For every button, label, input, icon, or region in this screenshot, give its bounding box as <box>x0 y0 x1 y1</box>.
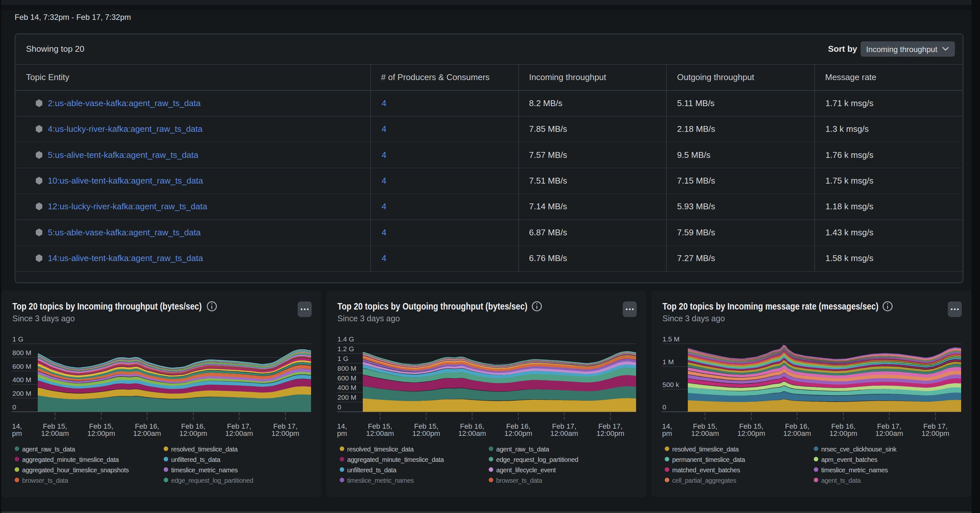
svg-text:12:00am: 12:00am <box>458 429 486 438</box>
svg-text:12:00pm: 12:00pm <box>179 429 207 438</box>
svg-text:aggregated_hour_timeslice_snap: aggregated_hour_timeslice_snapshots <box>22 467 129 474</box>
svg-text:Top 20 topics by Incoming thro: Top 20 topics by Incoming throughput (by… <box>12 301 202 312</box>
svg-text:12:00am: 12:00am <box>875 429 903 438</box>
svg-text:12:00pm: 12:00pm <box>87 429 115 438</box>
svg-text:12:00pm: 12:00pm <box>737 429 765 438</box>
svg-text:12:00pm: 12:00pm <box>271 429 299 438</box>
svg-text:12:00pm: 12:00pm <box>829 429 858 438</box>
svg-text:1 M: 1 M <box>662 358 674 366</box>
svg-text:800 M: 800 M <box>12 349 31 357</box>
svg-text:nrsec_cve_clickhouse_sink: nrsec_cve_clickhouse_sink <box>821 446 897 453</box>
svg-text:aggregated_minute_timeslice_da: aggregated_minute_timeslice_data <box>22 456 119 464</box>
svg-text:apm_event_batches: apm_event_batches <box>821 456 878 464</box>
svg-text:500 k: 500 k <box>662 381 679 388</box>
svg-text:agent_raw_ts_data: agent_raw_ts_data <box>496 446 550 453</box>
svg-text:resolved_timeslice_data: resolved_timeslice_data <box>672 446 739 453</box>
svg-text:Since 3 days ago: Since 3 days ago <box>662 314 725 323</box>
svg-text:1.5 M: 1.5 M <box>662 335 680 343</box>
svg-text:timeslice_metric_names: timeslice_metric_names <box>347 477 414 484</box>
svg-text:1.2 G: 1.2 G <box>337 345 354 352</box>
svg-text:400 M: 400 M <box>337 384 356 391</box>
svg-text:12:00pm: 12:00pm <box>504 429 532 438</box>
svg-text:12:00am: 12:00am <box>783 429 811 438</box>
svg-text:1 G: 1 G <box>337 355 348 362</box>
svg-text:Top 20 topics by Outgoing thro: Top 20 topics by Outgoing throughput (by… <box>337 301 527 312</box>
svg-text:timeslice_metric_names: timeslice_metric_names <box>171 467 238 474</box>
svg-text:permanent_timeslice_data: permanent_timeslice_data <box>672 456 745 464</box>
svg-text:12:00am: 12:00am <box>366 429 394 438</box>
svg-text:agent_lifecycle_event: agent_lifecycle_event <box>496 467 556 474</box>
svg-text:12:00am: 12:00am <box>41 429 69 438</box>
svg-text:12:00pm: 12:00pm <box>412 429 440 438</box>
svg-text:800 M: 800 M <box>337 365 356 372</box>
svg-text:12:00am: 12:00am <box>133 429 161 438</box>
svg-text:600 M: 600 M <box>337 374 356 382</box>
svg-text:0: 0 <box>662 403 667 411</box>
svg-text:browser_ts_data: browser_ts_data <box>22 477 68 484</box>
svg-text:200 M: 200 M <box>12 390 31 397</box>
svg-text:200 M: 200 M <box>337 394 356 401</box>
svg-text:timeslice_metric_names: timeslice_metric_names <box>821 467 888 474</box>
svg-text:edge_request_log_partitioned: edge_request_log_partitioned <box>496 456 578 464</box>
svg-text:0: 0 <box>337 403 341 411</box>
svg-text:cell_partial_aggregates: cell_partial_aggregates <box>672 477 736 484</box>
svg-text:unfiltered_ts_data: unfiltered_ts_data <box>171 456 221 464</box>
svg-text:12:00pm: 12:00pm <box>597 429 624 438</box>
svg-text:matched_event_batches: matched_event_batches <box>672 467 740 474</box>
svg-text:1 G: 1 G <box>12 335 24 343</box>
svg-text:Since 3 days ago: Since 3 days ago <box>12 314 75 323</box>
svg-text:unfiltered_ts_data: unfiltered_ts_data <box>347 467 397 474</box>
svg-text:12:00am: 12:00am <box>691 429 719 438</box>
svg-text:0: 0 <box>12 403 16 411</box>
svg-text:pm: pm <box>337 429 347 438</box>
svg-text:pm: pm <box>662 429 672 438</box>
svg-text:Top 20 topics by Incoming mess: Top 20 topics by Incoming message rate (… <box>662 301 878 312</box>
svg-text:12:00pm: 12:00pm <box>921 429 950 438</box>
svg-text:edge_request_log_partitioned: edge_request_log_partitioned <box>171 477 253 484</box>
svg-text:resolved_timeslice_data: resolved_timeslice_data <box>171 446 238 453</box>
svg-text:1.4 G: 1.4 G <box>337 335 354 343</box>
svg-text:600 M: 600 M <box>12 363 31 370</box>
svg-text:agent_raw_ts_data: agent_raw_ts_data <box>22 446 75 453</box>
svg-text:12:00am: 12:00am <box>225 429 253 438</box>
svg-text:12:00am: 12:00am <box>550 429 578 438</box>
svg-text:Since 3 days ago: Since 3 days ago <box>337 314 400 323</box>
svg-text:browser_ts_data: browser_ts_data <box>496 477 542 484</box>
svg-text:pm: pm <box>12 429 22 438</box>
svg-text:agent_ts_data: agent_ts_data <box>821 477 861 484</box>
svg-text:400 M: 400 M <box>12 376 31 384</box>
svg-text:resolved_timeslice_data: resolved_timeslice_data <box>347 446 414 453</box>
svg-text:aggregated_minute_timeslice_da: aggregated_minute_timeslice_data <box>347 456 444 464</box>
